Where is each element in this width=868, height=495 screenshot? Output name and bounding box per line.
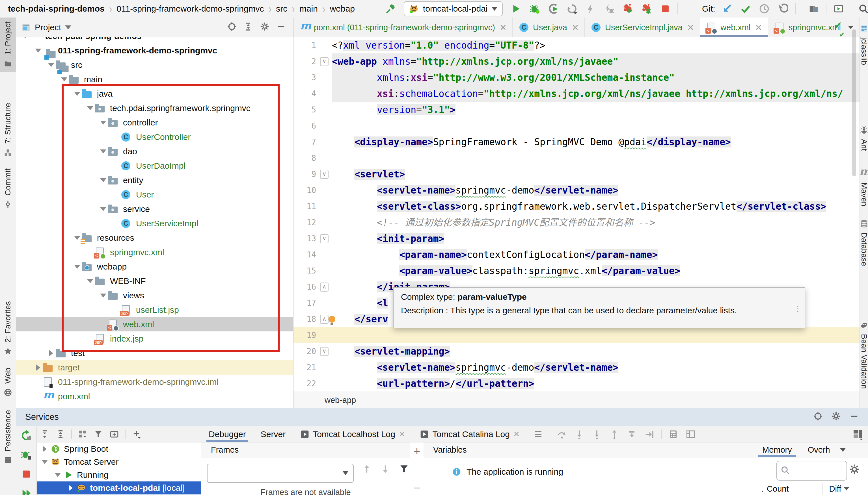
drop-frame-icon[interactable]: [627, 429, 637, 439]
project-panel-title[interactable]: Project: [35, 22, 61, 32]
build-hammer-icon[interactable]: [385, 3, 396, 14]
tree-item-java[interactable]: java: [16, 86, 293, 101]
tree-item-userserviceimpl[interactable]: UserServiceImpl: [16, 216, 293, 231]
tree-item-userlist-jsp[interactable]: userList.jsp: [16, 303, 293, 317]
service-item-tomcat-local-pdai[interactable]: tomcat-local-pdai [local]: [37, 481, 201, 494]
tree-expanded-arrow-icon[interactable]: [22, 37, 28, 38]
editor-tab-springmvc-xml[interactable]: springmvc.xml: [768, 18, 842, 37]
run-to-cursor-icon[interactable]: [644, 429, 654, 439]
toolwindow-button-jclasslib[interactable]: jclasslib: [860, 20, 868, 69]
tree-item-tech-pdai-spring-demos[interactable]: tech-pdai-spring-demos: [16, 37, 293, 43]
git-commit-button[interactable]: [739, 2, 752, 15]
tree-expanded-arrow-icon[interactable]: [74, 236, 80, 240]
tree-expanded-arrow-icon[interactable]: [74, 265, 80, 269]
git-update-icon[interactable]: [721, 3, 732, 14]
tree-item-webapp[interactable]: webapp: [16, 259, 293, 274]
close-icon[interactable]: ✕: [500, 22, 507, 33]
step-over-icon[interactable]: [557, 429, 567, 439]
group-tabs-icon[interactable]: [78, 429, 87, 439]
tree-item-views[interactable]: views: [16, 288, 293, 303]
profile-run-button[interactable]: [622, 2, 634, 15]
tree-item-dao[interactable]: dao: [16, 144, 293, 158]
stop-square-icon[interactable]: [21, 468, 32, 480]
profile-debug-icon[interactable]: [641, 3, 652, 14]
code-line-20[interactable]: 20∨ <servlet-mapping>: [294, 343, 859, 359]
editor-tab-pom-xml[interactable]: pom.xml (011-spring-framework-demo-sprin…: [294, 18, 513, 37]
tree-item-pom-xml[interactable]: pom.xml: [16, 389, 293, 404]
evaluate-calc-icon[interactable]: [668, 429, 678, 439]
minimize-button[interactable]: [276, 22, 287, 33]
expand-all-icon[interactable]: [40, 429, 49, 439]
project-structure-icon[interactable]: [808, 3, 819, 14]
close-icon[interactable]: ✕: [755, 22, 762, 33]
debug-bug-button[interactable]: [529, 2, 541, 15]
tree-item-main[interactable]: main: [16, 72, 293, 86]
tree-expanded-arrow-icon[interactable]: [100, 121, 106, 124]
gear-button[interactable]: [831, 411, 842, 423]
locate-target-icon[interactable]: [813, 411, 823, 421]
tree-item-user[interactable]: User: [16, 187, 293, 202]
toolwindow-button-web[interactable]: Web: [0, 364, 16, 400]
debugger-tab-server[interactable]: Server: [253, 426, 293, 442]
fold-marker-icon[interactable]: ∨: [320, 57, 329, 66]
tree-item-target[interactable]: target: [16, 360, 293, 375]
tree-expanded-arrow-icon[interactable]: [41, 460, 48, 464]
step-out-icon[interactable]: [609, 429, 619, 439]
run-with-coverage-icon[interactable]: [548, 3, 559, 14]
tree-item-usercontroller[interactable]: UserController: [16, 130, 293, 144]
gear-button[interactable]: [260, 22, 271, 33]
code-line-5[interactable]: 5 version="3.1">: [294, 102, 859, 118]
tree-expanded-arrow-icon[interactable]: [54, 473, 61, 477]
tree-expanded-arrow-icon[interactable]: [100, 178, 106, 182]
minimize-icon[interactable]: [276, 22, 286, 31]
layout-settings-icon[interactable]: [852, 428, 864, 440]
toolwindow-button-ant[interactable]: Ant: [860, 122, 868, 155]
tree-collapsed-arrow-icon[interactable]: [43, 446, 47, 452]
code-line-2[interactable]: 2∨<web-app xmlns="http://xmlns.jcp.org/x…: [294, 53, 859, 69]
fold-marker-icon[interactable]: ∨: [320, 347, 329, 356]
layout-restore-icon[interactable]: [686, 429, 696, 439]
tree-item-test[interactable]: test: [16, 346, 293, 360]
code-line-22[interactable]: 22 <url-pattern>/</url-pattern>: [294, 375, 859, 392]
breadcrumb-item[interactable]: 011-spring-framework-demo-springmvc: [116, 4, 264, 14]
tree-collapsed-arrow-icon[interactable]: [49, 350, 53, 356]
code-line-7[interactable]: 7 <display-name>SpringFramework - Spring…: [294, 134, 859, 150]
service-item-running[interactable]: Running: [37, 468, 201, 481]
add-button[interactable]: +: [410, 445, 423, 458]
funnel-dark-icon[interactable]: [399, 464, 410, 474]
memory-col-count[interactable]: Count: [767, 484, 788, 494]
memory-tab-overh[interactable]: Overh: [800, 442, 838, 457]
editor-scrollbar[interactable]: [852, 29, 856, 176]
breadcrumb-item[interactable]: src: [276, 4, 287, 14]
tree-item-011-spring-framework-demo-springmvc[interactable]: 011-spring-framework-demo-springmvc: [16, 43, 293, 58]
gear-icon[interactable]: [831, 411, 841, 421]
stop-square-button[interactable]: [659, 2, 671, 15]
toolwindow-button-persistence[interactable]: Persistence: [0, 406, 16, 468]
gear-icon[interactable]: [849, 464, 860, 475]
code-line-3[interactable]: 3 xmlns:xsi="http://www.w3.org/2001/XMLS…: [294, 69, 859, 86]
close-icon[interactable]: ✕: [687, 22, 694, 33]
minimize-button[interactable]: [849, 411, 861, 423]
tree-item-src[interactable]: src: [16, 58, 293, 72]
locate-target-button[interactable]: [813, 411, 824, 423]
tree-item-index-jsp[interactable]: index.jsp: [16, 331, 293, 346]
profile-run-icon[interactable]: [622, 3, 633, 14]
frames-thread-select[interactable]: [207, 464, 354, 483]
search-everywhere-icon[interactable]: [858, 3, 868, 14]
remove-button[interactable]: −: [410, 481, 423, 495]
editor-tab-user-java[interactable]: User.java✕: [513, 18, 585, 37]
close-icon[interactable]: ✕: [399, 429, 405, 439]
tree-item-resources[interactable]: resources: [16, 231, 293, 245]
code-line-9[interactable]: 9∨ <servlet>: [294, 166, 859, 182]
intention-bulb-icon[interactable]: [329, 316, 335, 323]
run-play-icon[interactable]: [511, 3, 521, 14]
git-history-button[interactable]: [758, 2, 770, 15]
run-anything-button[interactable]: [832, 2, 845, 15]
breadcrumb-item[interactable]: webapp: [330, 4, 355, 14]
tree-collapsed-arrow-icon[interactable]: [36, 364, 40, 371]
fold-marker-icon[interactable]: ∨: [320, 170, 329, 179]
code-line-10[interactable]: 10 <servlet-name>springmvc-demo</servlet…: [294, 182, 859, 198]
chevron-down-icon[interactable]: [840, 448, 846, 452]
git-history-icon[interactable]: [759, 3, 770, 14]
tree-expanded-arrow-icon[interactable]: [100, 293, 106, 297]
